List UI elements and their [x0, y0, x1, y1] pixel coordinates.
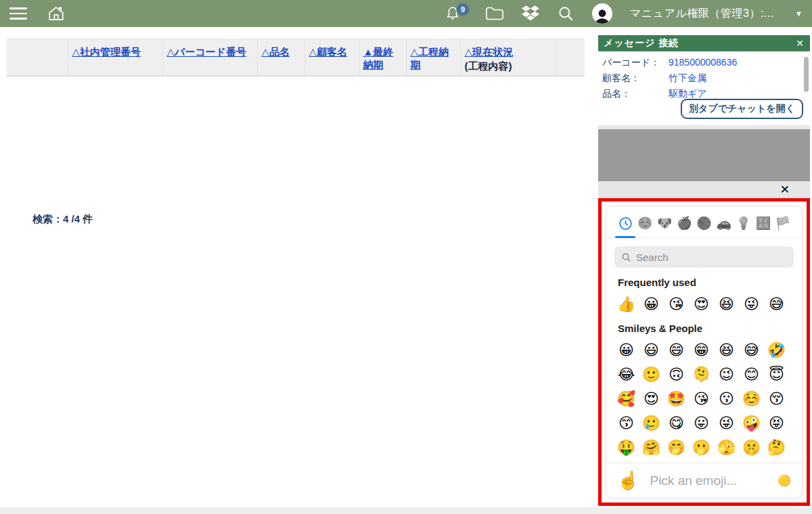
user-avatar[interactable] [592, 3, 612, 24]
chat-toolbar: ✕ [598, 181, 810, 198]
home-icon[interactable] [47, 5, 65, 22]
info-label: 品名： [602, 88, 669, 100]
yellow-circle-emoji: 🟡 [777, 474, 791, 487]
emoji-tab-objects-icon[interactable]: 💡 [736, 215, 752, 231]
scrollbar[interactable] [804, 57, 809, 92]
emoji-item[interactable]: 😀 [614, 337, 639, 362]
emoji-search-input[interactable]: Search [614, 246, 794, 268]
emoji-item[interactable]: 😆 [714, 291, 739, 316]
column-header: △社内管理番号 [68, 39, 162, 76]
search-placeholder: Search [636, 252, 669, 263]
table-header-row: △社内管理番号△バーコード番号△品名△顧客名▲最終納期△工程納期△現在状況(工程… [7, 39, 585, 76]
open-chat-button[interactable]: 別タブでチャットを開く [681, 99, 803, 119]
emoji-item[interactable]: ☺️ [739, 386, 764, 411]
info-label: 顧客名： [602, 72, 669, 85]
red-highlight-frame: ☺️🐶🍎🏀🚗💡🔣🏳️ Search Frequently used 👍😀😘😍😆😜… [598, 198, 810, 506]
emoji-picker-footer: ☝️ Pick an emoji... 🟡 [606, 463, 802, 498]
emoji-item[interactable]: 🫠 [689, 362, 714, 386]
emoji-item[interactable]: 😝 [764, 411, 789, 435]
notifications-bell-icon[interactable]: 9 [445, 5, 461, 22]
chat-close-icon[interactable]: ✕ [780, 184, 790, 195]
account-label[interactable]: マニュアル権限（管理3）:... [630, 7, 772, 21]
search-result-summary: 検索：4 /4 件 [32, 213, 93, 226]
emoji-item[interactable]: 😋 [664, 411, 689, 435]
emoji-tab-food-drink-icon[interactable]: 🍎 [676, 215, 692, 231]
emoji-item[interactable]: 🤔 [764, 435, 789, 459]
emoji-item[interactable]: 😗 [714, 386, 739, 411]
emoji-item[interactable]: 😙 [614, 411, 639, 435]
column-header-empty [555, 39, 585, 76]
message-panel: メッセージ 接続 ✕ バーコード：9185000008636顧客名：竹下金属品名… [598, 35, 810, 506]
emoji-item[interactable]: 😘 [664, 291, 689, 316]
emoji-item[interactable]: 😜 [739, 291, 764, 316]
emoji-item[interactable]: 😉 [714, 362, 739, 386]
sort-link[interactable]: △品名 [262, 46, 290, 57]
emoji-item[interactable]: 😇 [764, 362, 789, 386]
emoji-tab-animals-nature-icon[interactable]: 🐶 [656, 215, 673, 231]
info-row: 顧客名：竹下金属 [602, 72, 803, 85]
emoji-item[interactable]: 🥲 [639, 411, 664, 435]
emoji-item[interactable]: 😘 [689, 386, 714, 411]
column-header: △工程納期 [406, 39, 460, 76]
emoji-item[interactable]: 😂 [614, 362, 639, 386]
pick-an-emoji-placeholder[interactable]: Pick an emoji... [650, 473, 777, 488]
message-info-box: バーコード：9185000008636顧客名：竹下金属品名：駆動ギア 別タブでチ… [598, 51, 810, 125]
column-header: ▲最終納期 [359, 39, 406, 76]
emoji-item[interactable]: 🙂 [639, 362, 664, 386]
emoji-item[interactable]: 😆 [714, 337, 739, 362]
search-icon [621, 252, 631, 262]
emoji-item[interactable]: 🙃 [664, 362, 689, 386]
emoji-item[interactable]: 😃 [639, 337, 664, 362]
sort-link[interactable]: △社内管理番号 [72, 46, 141, 57]
emoji-item[interactable]: 🤩 [664, 386, 689, 411]
frequently-used-label: Frequently used [618, 277, 802, 288]
emoji-item[interactable]: 😜 [714, 411, 739, 435]
main-content: △社内管理番号△バーコード番号△品名△顧客名▲最終納期△工程納期△現在状況(工程… [0, 27, 812, 507]
emoji-tab-frequently-used-icon[interactable] [617, 215, 633, 231]
emoji-item[interactable]: 🫣 [714, 435, 739, 459]
emoji-item[interactable]: 🤣 [764, 337, 789, 362]
emoji-item[interactable]: 🫢 [689, 435, 714, 459]
sort-link[interactable]: △バーコード番号 [167, 46, 247, 57]
emoji-tab-flags-icon[interactable]: 🏳️ [775, 215, 791, 231]
folder-icon[interactable] [485, 5, 504, 22]
emoji-item[interactable]: 🤫 [739, 435, 764, 459]
emoji-tab-symbols-icon[interactable]: 🔣 [755, 215, 771, 231]
emoji-item[interactable]: 😛 [689, 411, 714, 435]
sort-link[interactable]: △顧客名 [309, 46, 348, 57]
chevron-down-icon[interactable]: ▼ [795, 9, 803, 18]
info-value: 9185000008636 [669, 57, 737, 69]
emoji-item[interactable]: 🤭 [664, 435, 689, 459]
emoji-tab-travel-places-icon[interactable]: 🚗 [716, 215, 732, 231]
column-header: △品名 [257, 39, 304, 76]
dropbox-icon[interactable] [522, 5, 539, 22]
emoji-item[interactable]: 😅 [764, 291, 789, 316]
sort-link[interactable]: △工程納期 [411, 46, 449, 70]
sort-link[interactable]: △現在状況 [465, 46, 514, 57]
emoji-item[interactable]: 😍 [639, 386, 664, 411]
sort-link[interactable]: ▲最終納期 [363, 46, 394, 70]
menu-icon[interactable] [9, 7, 27, 20]
column-header-empty [7, 39, 68, 76]
emoji-tab-activity-icon[interactable]: 🏀 [696, 215, 713, 231]
message-panel-title: メッセージ 接続 [604, 37, 679, 49]
emoji-item[interactable]: 😁 [689, 337, 714, 362]
emoji-item[interactable]: 😚 [764, 386, 789, 411]
column-header: △顧客名 [304, 39, 359, 76]
page: 9 マニュアル権限（管理3）:... ▼ △社内管理番号△バーコード番号△品名 [0, 0, 812, 514]
emoji-item[interactable]: 😀 [639, 291, 664, 316]
emoji-item[interactable]: 😄 [664, 337, 689, 362]
pointing-hand-emoji: ☝️ [617, 470, 639, 491]
emoji-item[interactable]: 🥰 [614, 386, 639, 411]
search-icon[interactable] [557, 5, 574, 22]
emoji-tab-smileys-people-icon[interactable]: ☺️ [637, 215, 653, 231]
emoji-item[interactable]: 😊 [739, 362, 764, 386]
panel-close-icon[interactable]: ✕ [796, 38, 805, 49]
emoji-item[interactable]: 🤗 [639, 435, 664, 459]
chat-area-placeholder [598, 129, 810, 181]
emoji-item[interactable]: 😅 [739, 337, 764, 362]
emoji-item[interactable]: 🤑 [614, 435, 639, 459]
emoji-item[interactable]: 👍 [614, 291, 639, 316]
emoji-item[interactable]: 🤪 [739, 411, 764, 435]
emoji-item[interactable]: 😍 [689, 291, 714, 316]
